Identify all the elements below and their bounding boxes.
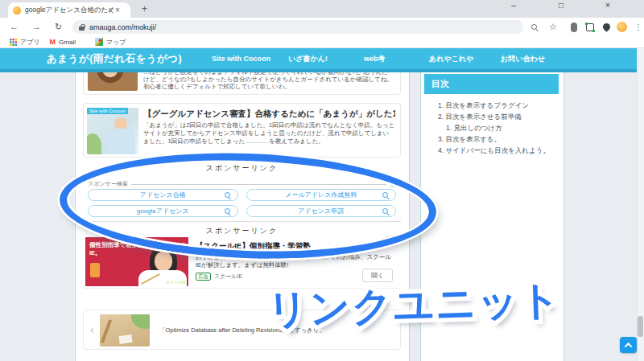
- ad-label-chip: 広告: [196, 273, 211, 281]
- toc-subitem[interactable]: 1. 見出しのつけ方: [438, 122, 561, 133]
- toc-item[interactable]: 4. サイドバーにも目次を入れよう。: [438, 145, 561, 156]
- post-excerpt: 「あまうが」は2回目の申請で合格しました。1回目の申請は流れでなんとなく申請。も…: [143, 121, 395, 146]
- paper-shape: [118, 334, 132, 344]
- bookmark-apps[interactable]: アプリ: [10, 38, 40, 47]
- forward-button[interactable]: →: [32, 18, 41, 36]
- window-close-button[interactable]: ×: [601, 1, 615, 10]
- extension-icon[interactable]: [586, 23, 594, 31]
- map-icon: [95, 38, 103, 46]
- extension-pin-icon[interactable]: [601, 22, 612, 32]
- annotation-big-text: リンクユニット: [266, 273, 562, 338]
- address-bar[interactable]: amauga.com/mokuji/: [72, 20, 523, 34]
- nav-item-izakakan[interactable]: いざ書かん!: [288, 48, 328, 69]
- browser-menu-icon[interactable]: ⋮: [634, 18, 642, 36]
- broom-shape: [101, 319, 112, 343]
- nav-item-site-with-cocoon[interactable]: Site with Cocoon: [212, 48, 270, 69]
- browser-toolbar: ← → ↻ amauga.com/mokuji/ ☆ ⋮: [0, 18, 644, 36]
- back-to-top-button[interactable]: [620, 337, 637, 353]
- screenshot-root: …はどうかと設定をそのままデフォルト設定で使って守れているか疑問かな?と 思うん…: [0, 0, 644, 361]
- scrollbar-thumb[interactable]: [638, 316, 643, 337]
- gmail-icon: M: [50, 38, 56, 46]
- bookmark-gmail[interactable]: M Gmail: [50, 38, 76, 46]
- scrollbar[interactable]: [637, 48, 644, 361]
- nav-item-areyakoreya[interactable]: あれやこれや: [429, 48, 473, 69]
- tab-title: googleアドセンス合格のためにすべ: [25, 6, 114, 15]
- post-thumbnail: [100, 314, 150, 347]
- post-card-2[interactable]: Site with Cocoon 【グーグルアドセンス審査】合格するために「あま…: [83, 103, 401, 158]
- back-button[interactable]: ←: [10, 18, 19, 36]
- bookmark-map[interactable]: マップ: [95, 38, 126, 47]
- bookmark-label: アプリ: [20, 38, 40, 47]
- toc-list: 1. 目次を表示するプラグイン 2. 目次を表示させる前準備 1. 見出しのつけ…: [438, 100, 561, 156]
- reload-button[interactable]: ↻: [55, 18, 62, 36]
- apps-grid-icon: [10, 39, 17, 46]
- site-header: あまうが(雨だれ石をうがつ) Site with Cocoon いざ書かん! w…: [0, 48, 644, 72]
- nav-item-webkou[interactable]: web考: [364, 48, 386, 69]
- profile-avatar[interactable]: [617, 22, 627, 32]
- ad-image-badge: [90, 263, 100, 277]
- person-shape: [106, 129, 135, 154]
- zoom-icon[interactable]: [531, 24, 538, 31]
- lock-icon[interactable]: [79, 24, 85, 31]
- browser-tab[interactable]: googleアドセンス合格のためにすべ ×: [8, 2, 130, 18]
- category-badge[interactable]: Site with Cocoon: [87, 108, 128, 114]
- bookmarks-bar: アプリ M Gmail マップ: [0, 36, 644, 48]
- post-thumbnail: [87, 108, 138, 154]
- new-tab-button[interactable]: +: [142, 3, 147, 14]
- ad-advertiser: スクールIE: [214, 273, 242, 281]
- toc-item[interactable]: 2. 目次を表示させる前準備: [438, 111, 561, 122]
- url-text[interactable]: amauga.com/mokuji/: [89, 23, 156, 31]
- nav-item-contact[interactable]: お問い合わせ: [501, 48, 545, 69]
- extension-icon[interactable]: [571, 23, 577, 32]
- post-title[interactable]: 【グーグルアドセンス審査】合格するために「あまうが」がした10のこと: [143, 109, 395, 120]
- tab-close-icon[interactable]: ×: [115, 6, 120, 14]
- toc-header: 目次: [424, 74, 559, 94]
- browser-tab-bar: googleアドセンス合格のためにすべ × + – □ ×: [0, 0, 644, 18]
- bookmark-star-icon[interactable]: ☆: [549, 18, 557, 36]
- bookmark-label: Gmail: [59, 39, 76, 46]
- bookmark-label: マップ: [106, 38, 126, 47]
- site-title[interactable]: あまうが(雨だれ石をうがつ): [47, 48, 182, 69]
- plant-shape: [131, 314, 150, 329]
- chevron-left-icon: ‹: [90, 310, 94, 349]
- ad-image-logo: スクールIE: [166, 280, 186, 285]
- window-minimize-button[interactable]: –: [506, 1, 521, 10]
- toc-item[interactable]: 3. 目次を表示する。: [438, 133, 561, 145]
- chevron-up-icon: [625, 342, 633, 350]
- window-maximize-button[interactable]: □: [554, 1, 568, 10]
- site-favicon: [13, 6, 21, 14]
- toc-item[interactable]: 1. 目次を表示するプラグイン: [438, 100, 561, 111]
- plant-shape: [87, 133, 101, 154]
